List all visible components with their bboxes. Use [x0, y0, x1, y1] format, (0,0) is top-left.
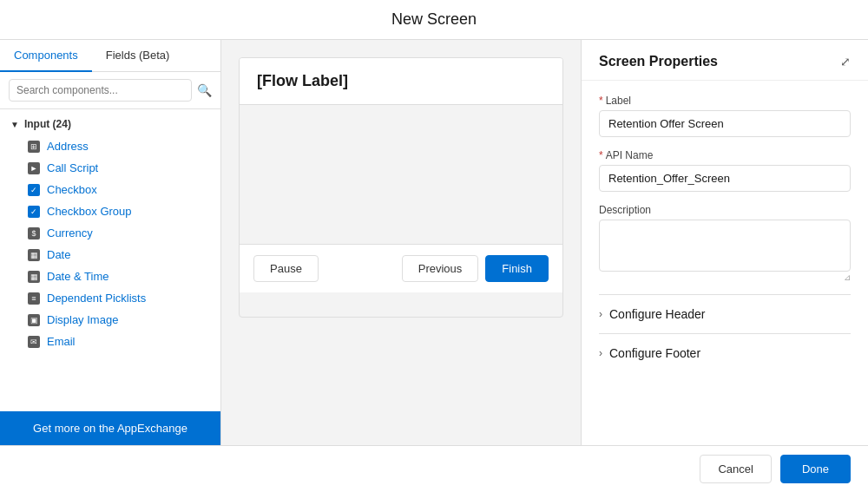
api-name-input[interactable]	[599, 165, 851, 192]
display-image-icon: ▣	[28, 314, 40, 326]
component-label: Dependent Picklists	[47, 292, 146, 305]
component-label: Address	[47, 140, 89, 153]
required-star: *	[599, 95, 603, 107]
properties-body: * Label * API Name Description ⊿ ›	[582, 81, 868, 445]
callscript-icon: ►	[28, 162, 40, 174]
page-header: New Screen	[0, 0, 868, 40]
list-item[interactable]: ▦ Date & Time	[0, 266, 220, 287]
tab-components[interactable]: Components	[0, 40, 92, 72]
email-icon: ✉	[28, 336, 40, 348]
flow-label: [Flow Label]	[257, 72, 348, 89]
center-panel: [Flow Label] Pause Previous Finish	[221, 40, 582, 445]
chevron-right-icon: ›	[599, 308, 602, 320]
search-box: 🔍	[0, 72, 220, 109]
configure-footer-header[interactable]: › Configure Footer	[599, 346, 851, 360]
screen-preview: [Flow Label] Pause Previous Finish	[239, 57, 563, 318]
configure-header-accordion: › Configure Header	[599, 294, 851, 333]
currency-icon: $	[28, 227, 40, 239]
list-item[interactable]: ✉ Email	[0, 331, 220, 352]
chevron-right-icon-2: ›	[599, 347, 602, 359]
checkbox-group-icon: ✓	[28, 206, 40, 218]
label-form-group: * Label	[599, 95, 851, 137]
configure-header-label: Configure Header	[609, 307, 706, 321]
date-icon: ▦	[28, 249, 40, 261]
component-label: Checkbox	[47, 183, 97, 196]
checkbox-icon: ✓	[28, 184, 40, 196]
component-label: Display Image	[47, 313, 118, 326]
preview-body	[240, 105, 562, 244]
datetime-icon: ▦	[28, 271, 40, 283]
component-label: Call Script	[47, 161, 98, 174]
appexchange-button[interactable]: Get more on the AppExchange	[0, 411, 220, 445]
api-name-form-group: * API Name	[599, 149, 851, 192]
component-label: Email	[47, 335, 76, 348]
properties-title: Screen Properties	[599, 54, 718, 69]
preview-footer: Pause Previous Finish	[240, 244, 562, 292]
configure-footer-label: Configure Footer	[609, 346, 700, 360]
component-label: Date	[47, 248, 70, 261]
main-layout: Components Fields (Beta) 🔍 ▼ Input (24) …	[0, 40, 868, 445]
component-label: Checkbox Group	[47, 205, 132, 218]
previous-button[interactable]: Previous	[402, 255, 479, 282]
expand-icon[interactable]: ⤢	[840, 55, 851, 69]
list-item[interactable]: ▣ Display Image	[0, 309, 220, 331]
page-footer: Cancel Done	[0, 445, 868, 492]
left-tabs: Components Fields (Beta)	[0, 40, 220, 72]
search-icon: 🔍	[197, 83, 212, 97]
configure-header-header[interactable]: › Configure Header	[599, 307, 851, 321]
dependent-picklists-icon: ≡	[28, 292, 40, 305]
component-label: Date & Time	[47, 270, 109, 283]
description-textarea[interactable]	[599, 220, 851, 272]
list-item[interactable]: $ Currency	[0, 222, 220, 244]
textarea-resize-handle: ⊿	[599, 272, 851, 282]
component-label: Currency	[47, 226, 93, 239]
list-item[interactable]: ≡ Dependent Picklists	[0, 287, 220, 309]
address-icon: ⊞	[28, 141, 40, 153]
properties-header: Screen Properties ⤢	[582, 40, 868, 81]
left-panel: Components Fields (Beta) 🔍 ▼ Input (24) …	[0, 40, 221, 445]
cancel-button[interactable]: Cancel	[700, 455, 771, 483]
right-panel: Screen Properties ⤢ * Label * API Name D…	[582, 40, 868, 445]
pause-button[interactable]: Pause	[253, 255, 319, 282]
preview-header: [Flow Label]	[240, 58, 562, 105]
group-label: Input (24)	[24, 118, 71, 130]
finish-button[interactable]: Finish	[485, 255, 549, 282]
description-form-group: Description ⊿	[599, 204, 851, 282]
list-item[interactable]: ► Call Script	[0, 157, 220, 179]
configure-footer-accordion: › Configure Footer	[599, 333, 851, 372]
components-list: ▼ Input (24) ⊞ Address ► Call Script ✓ C…	[0, 109, 220, 411]
list-item[interactable]: ✓ Checkbox Group	[0, 200, 220, 222]
input-group-header[interactable]: ▼ Input (24)	[0, 113, 220, 135]
chevron-down-icon: ▼	[10, 120, 19, 129]
api-name-label: * API Name	[599, 149, 851, 161]
done-button[interactable]: Done	[780, 455, 851, 483]
page-title: New Screen	[0, 10, 868, 29]
label-field-label: * Label	[599, 95, 851, 107]
description-label: Description	[599, 204, 851, 216]
required-star-api: *	[599, 149, 603, 161]
list-item[interactable]: ✓ Checkbox	[0, 179, 220, 200]
search-input[interactable]	[9, 79, 192, 102]
tab-fields[interactable]: Fields (Beta)	[92, 40, 184, 72]
list-item[interactable]: ▦ Date	[0, 244, 220, 266]
label-input[interactable]	[599, 110, 851, 137]
list-item[interactable]: ⊞ Address	[0, 135, 220, 157]
